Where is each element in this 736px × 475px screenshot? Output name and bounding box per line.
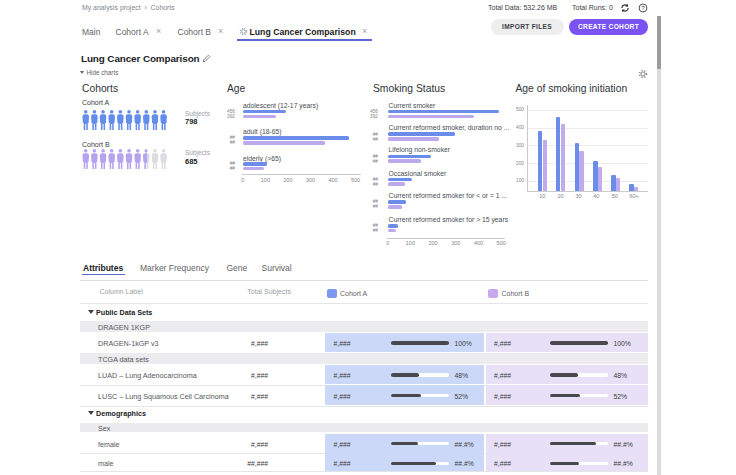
svg-text:?: ?	[641, 4, 645, 11]
